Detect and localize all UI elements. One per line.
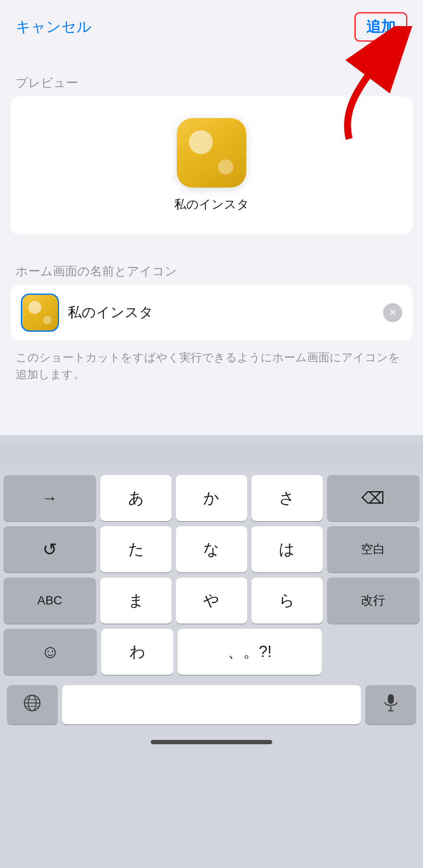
keyboard-toolbar bbox=[0, 444, 423, 470]
key-ta-label: た bbox=[128, 539, 144, 560]
key-ya[interactable]: や bbox=[176, 578, 247, 624]
key-ma[interactable]: ま bbox=[100, 578, 172, 624]
keyboard-row-2: ↺ た な は 空白 bbox=[3, 526, 420, 572]
key-sa-label: さ bbox=[279, 488, 295, 509]
key-globe[interactable] bbox=[7, 685, 58, 724]
key-wa[interactable]: わ bbox=[101, 629, 173, 675]
key-na[interactable]: な bbox=[176, 526, 247, 572]
key-punctuation[interactable]: 、。?! bbox=[178, 629, 321, 675]
key-ra[interactable]: ら bbox=[251, 578, 323, 624]
key-mic[interactable] bbox=[365, 685, 416, 724]
key-return[interactable]: 改行 bbox=[327, 578, 420, 624]
keyboard-row-3: ABC ま や ら 改行 bbox=[3, 578, 420, 624]
home-indicator bbox=[0, 731, 423, 757]
key-wa-label: わ bbox=[129, 641, 145, 663]
svg-rect-6 bbox=[388, 694, 394, 704]
key-space-label: 空白 bbox=[361, 541, 385, 558]
name-input-row: ✕ bbox=[10, 285, 413, 340]
arrow-icon: → bbox=[42, 489, 58, 507]
add-button[interactable]: 追加 bbox=[354, 12, 407, 42]
key-ta[interactable]: た bbox=[100, 526, 172, 572]
key-sa[interactable]: さ bbox=[251, 475, 323, 521]
key-abc-label: ABC bbox=[37, 594, 63, 607]
app-name-preview-text: 私のインスタ bbox=[174, 196, 249, 213]
key-spacebar[interactable] bbox=[62, 685, 361, 724]
key-ka[interactable]: か bbox=[176, 475, 247, 521]
key-na-label: な bbox=[203, 539, 219, 560]
name-input[interactable] bbox=[68, 305, 374, 321]
key-space[interactable]: 空白 bbox=[327, 526, 420, 572]
nav-bar: キャンセル 追加 bbox=[0, 0, 423, 50]
key-delete[interactable]: ⌫ bbox=[327, 475, 420, 521]
key-punctuation-label: 、。?! bbox=[228, 641, 272, 663]
keyboard-rows: → あ か さ ⌫ ↺ た な bbox=[0, 470, 423, 675]
home-screen-label: ホーム画面の名前とアイコン bbox=[0, 256, 423, 285]
keyboard: → あ か さ ⌫ ↺ た な bbox=[0, 435, 423, 757]
app-icon-input[interactable] bbox=[21, 294, 59, 332]
app-icon-preview bbox=[177, 118, 246, 188]
preview-card: 私のインスタ bbox=[10, 96, 413, 234]
undo-icon: ↺ bbox=[43, 539, 57, 559]
cancel-button[interactable]: キャンセル bbox=[16, 17, 92, 37]
key-emoji[interactable]: ☺ bbox=[3, 629, 97, 675]
key-abc[interactable]: ABC bbox=[3, 578, 96, 624]
home-screen-section: ホーム画面の名前とアイコン ✕ このショートカットをすばやく実行できるようにホー… bbox=[0, 256, 423, 383]
key-ha[interactable]: は bbox=[251, 526, 323, 572]
clear-button[interactable]: ✕ bbox=[383, 303, 402, 322]
mic-icon bbox=[383, 693, 399, 716]
clear-icon: ✕ bbox=[389, 307, 397, 318]
key-ha-label: は bbox=[279, 539, 295, 560]
emoji-icon: ☺ bbox=[41, 641, 59, 662]
keyboard-bottom-row bbox=[0, 680, 423, 731]
key-arrow[interactable]: → bbox=[3, 475, 96, 521]
description-text: このショートカットをすばやく実行できるようにホーム画面にアイコンを追加します。 bbox=[0, 340, 423, 383]
home-bar bbox=[151, 740, 272, 744]
keyboard-row-4: ☺ わ 、。?! bbox=[3, 629, 420, 675]
key-undo[interactable]: ↺ bbox=[3, 526, 96, 572]
key-a-label: あ bbox=[128, 488, 144, 509]
globe-icon bbox=[23, 694, 41, 716]
key-ka-label: か bbox=[203, 488, 219, 509]
delete-icon: ⌫ bbox=[361, 488, 385, 508]
keyboard-row-1: → あ か さ ⌫ bbox=[3, 475, 420, 521]
key-a[interactable]: あ bbox=[100, 475, 172, 521]
key-ya-label: や bbox=[203, 590, 219, 611]
preview-section: プレビュー 私のインスタ bbox=[0, 68, 423, 234]
preview-label: プレビュー bbox=[0, 68, 423, 96]
key-ra-label: ら bbox=[279, 590, 295, 611]
key-ma-label: ま bbox=[128, 590, 144, 611]
